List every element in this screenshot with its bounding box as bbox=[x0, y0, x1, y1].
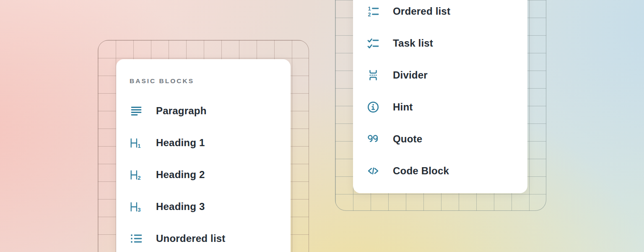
menu-item-label: Divider bbox=[393, 69, 428, 81]
heading-2-icon: 2 bbox=[130, 168, 143, 181]
menu-item-divider[interactable]: Divider bbox=[366, 59, 514, 91]
menu-item-label: Unordered list bbox=[156, 233, 226, 244]
menu-item-paragraph[interactable]: Paragraph bbox=[130, 95, 277, 127]
heading-3-icon: 3 bbox=[130, 200, 143, 213]
menu-item-unordered-list[interactable]: Unordered list bbox=[130, 223, 277, 252]
menu-item-label: Heading 3 bbox=[156, 201, 205, 213]
hint-icon bbox=[366, 100, 380, 114]
menu-item-label: Paragraph bbox=[156, 105, 207, 117]
basic-blocks-menu-card: BASIC BLOCKS Paragraph 1 Heading 1 bbox=[116, 59, 291, 252]
menu-item-label: Ordered list bbox=[393, 5, 450, 17]
paragraph-icon bbox=[130, 104, 143, 118]
ordered-list-icon: 1 2 bbox=[366, 5, 380, 18]
svg-text:2: 2 bbox=[368, 12, 371, 18]
menu-item-hint[interactable]: Hint bbox=[366, 91, 514, 123]
section-label-basic-blocks: BASIC BLOCKS bbox=[130, 59, 277, 84]
svg-text:2: 2 bbox=[138, 175, 140, 181]
menu-item-ordered-list[interactable]: 1 2 Ordered list bbox=[366, 0, 514, 27]
menu-item-heading-3[interactable]: 3 Heading 3 bbox=[130, 191, 277, 223]
menu-item-label: Task list bbox=[393, 37, 433, 49]
quote-icon bbox=[366, 132, 380, 146]
menu-item-label: Quote bbox=[393, 133, 422, 145]
menu-item-label: Heading 2 bbox=[156, 169, 205, 181]
task-list-icon bbox=[366, 37, 380, 50]
svg-text:3: 3 bbox=[138, 207, 140, 213]
heading-1-icon: 1 bbox=[130, 136, 143, 150]
menu-item-heading-1[interactable]: 1 Heading 1 bbox=[130, 127, 277, 159]
svg-text:1: 1 bbox=[138, 143, 140, 149]
svg-text:1: 1 bbox=[368, 6, 371, 12]
unordered-list-icon bbox=[130, 232, 143, 245]
menu-item-code-block[interactable]: Code Block bbox=[366, 155, 514, 187]
divider-icon bbox=[366, 68, 380, 82]
blocks-menu-card-continued: 1 2 Ordered list Task list bbox=[353, 0, 527, 193]
menu-item-quote[interactable]: Quote bbox=[366, 123, 514, 155]
code-block-icon bbox=[366, 164, 380, 178]
menu-item-label: Hint bbox=[393, 101, 413, 113]
page-background: BASIC BLOCKS Paragraph 1 Heading 1 bbox=[0, 0, 644, 252]
menu-item-task-list[interactable]: Task list bbox=[366, 27, 514, 59]
menu-item-label: Heading 1 bbox=[156, 137, 205, 149]
menu-item-label: Code Block bbox=[393, 165, 449, 177]
menu-item-heading-2[interactable]: 2 Heading 2 bbox=[130, 159, 277, 191]
